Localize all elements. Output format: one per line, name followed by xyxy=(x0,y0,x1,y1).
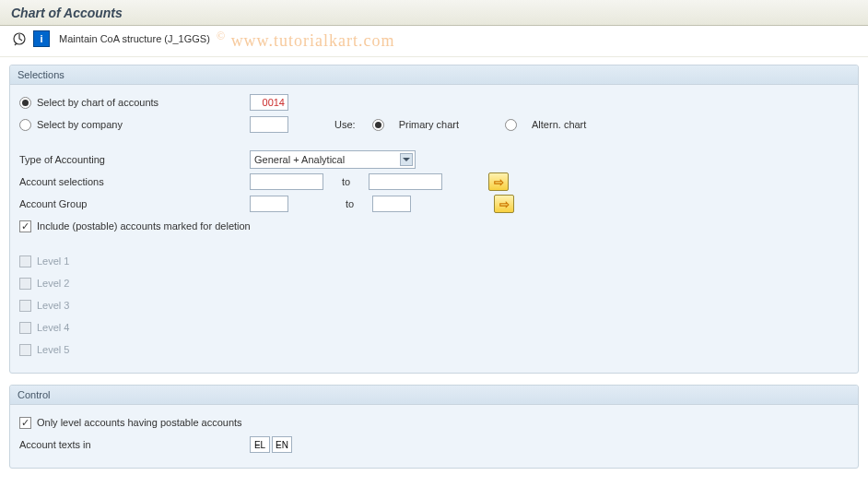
label-account-texts: Account texts in xyxy=(19,439,91,450)
toolbar-label: Maintain CoA structure (J_1GGS) xyxy=(59,33,210,44)
label-level-5: Level 5 xyxy=(37,344,69,355)
type-of-accounting-dropdown[interactable]: General + Analytical xyxy=(250,150,416,169)
label-select-by-chart: Select by chart of accounts xyxy=(37,97,158,108)
label-account-selections: Account selections xyxy=(19,176,104,187)
multiple-selection-button-1[interactable] xyxy=(488,172,509,191)
to-label-1: to xyxy=(342,176,350,187)
label-only-level: Only level accounts having postable acco… xyxy=(37,417,242,428)
checkbox-level-4 xyxy=(19,322,31,334)
control-header: Control xyxy=(10,386,858,405)
main-content: Selections Select by chart of accounts S… xyxy=(0,57,868,487)
label-level-1: Level 1 xyxy=(37,255,69,267)
label-account-group: Account Group xyxy=(19,198,87,209)
checkbox-level-2 xyxy=(19,278,31,290)
lang-input-1[interactable] xyxy=(250,436,270,453)
page-title: Chart of Accounts xyxy=(11,6,857,20)
checkbox-only-level[interactable] xyxy=(19,417,31,429)
label-level-4: Level 4 xyxy=(37,322,69,333)
chevron-down-icon xyxy=(400,153,413,166)
checkbox-include-deletion[interactable] xyxy=(19,220,31,232)
selections-group: Selections Select by chart of accounts S… xyxy=(9,65,859,374)
control-group: Control Only level accounts having posta… xyxy=(9,385,859,469)
account-selections-to[interactable] xyxy=(369,173,442,190)
execute-icon[interactable] xyxy=(11,30,28,47)
label-include-deletion: Include (postable) accounts marked for d… xyxy=(37,220,251,232)
label-primary-chart: Primary chart xyxy=(399,119,459,130)
account-group-to[interactable] xyxy=(372,196,411,212)
checkbox-level-1 xyxy=(19,255,31,267)
use-label: Use: xyxy=(334,119,356,130)
chart-of-accounts-input[interactable] xyxy=(250,94,288,111)
title-bar: Chart of Accounts xyxy=(0,0,868,26)
dropdown-value: General + Analytical xyxy=(254,154,345,165)
toolbar: i Maintain CoA structure (J_1GGS) xyxy=(0,26,868,57)
multiple-selection-button-2[interactable] xyxy=(494,195,514,213)
to-label-2: to xyxy=(346,198,354,209)
lang-input-2[interactable] xyxy=(272,436,292,453)
label-type-of-accounting: Type of Accounting xyxy=(19,154,105,165)
radio-select-by-company[interactable] xyxy=(19,119,31,131)
checkbox-level-5 xyxy=(19,344,31,356)
checkbox-level-3 xyxy=(19,300,31,312)
selections-header: Selections xyxy=(10,65,858,85)
radio-primary-chart[interactable] xyxy=(372,119,384,131)
account-selections-from[interactable] xyxy=(250,173,323,190)
label-level-2: Level 2 xyxy=(37,278,69,289)
account-group-from[interactable] xyxy=(250,196,288,212)
label-select-by-company: Select by company xyxy=(37,119,123,130)
radio-select-by-chart[interactable] xyxy=(19,97,31,109)
label-altern-chart: Altern. chart xyxy=(532,119,586,130)
info-icon[interactable]: i xyxy=(33,30,50,47)
radio-altern-chart[interactable] xyxy=(505,119,517,131)
company-input[interactable] xyxy=(250,116,288,133)
label-level-3: Level 3 xyxy=(37,300,69,311)
